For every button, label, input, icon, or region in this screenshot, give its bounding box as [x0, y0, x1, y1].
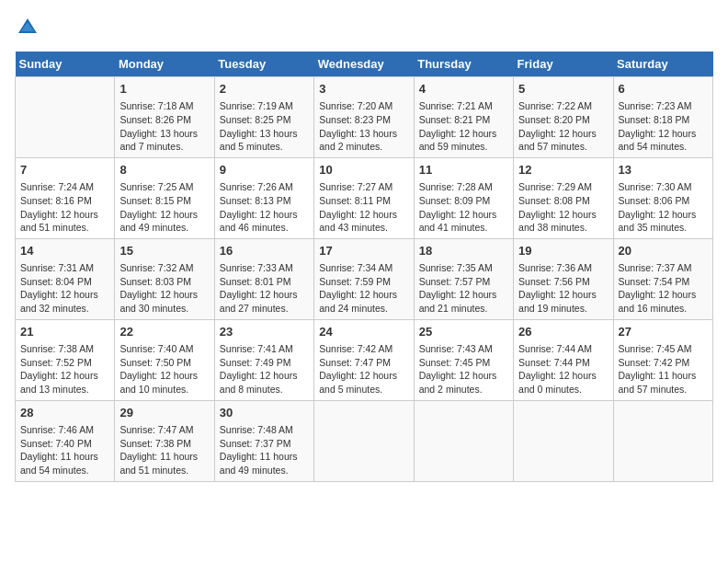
day-number: 18 — [419, 243, 508, 259]
day-info: Sunrise: 7:20 AM Sunset: 8:23 PM Dayligh… — [319, 99, 408, 154]
calendar-cell: 1Sunrise: 7:18 AM Sunset: 8:26 PM Daylig… — [115, 77, 214, 158]
day-info: Sunrise: 7:46 AM Sunset: 7:40 PM Dayligh… — [20, 423, 109, 477]
day-number: 26 — [518, 324, 608, 340]
weekday-header: Tuesday — [214, 52, 313, 77]
day-number: 10 — [319, 162, 408, 178]
day-info: Sunrise: 7:29 AM Sunset: 8:08 PM Dayligh… — [518, 180, 608, 235]
day-info: Sunrise: 7:40 AM Sunset: 7:50 PM Dayligh… — [119, 342, 209, 396]
day-number: 25 — [419, 324, 508, 340]
day-info: Sunrise: 7:24 AM Sunset: 8:16 PM Dayligh… — [20, 180, 109, 235]
day-number: 17 — [319, 243, 408, 259]
day-number: 2 — [220, 81, 309, 98]
day-number: 20 — [619, 243, 708, 259]
calendar-cell: 4Sunrise: 7:21 AM Sunset: 8:21 PM Daylig… — [414, 77, 513, 158]
day-info: Sunrise: 7:43 AM Sunset: 7:45 PM Dayligh… — [419, 342, 508, 396]
weekday-header: Sunday — [16, 52, 115, 77]
page-header — [15, 15, 713, 40]
day-info: Sunrise: 7:27 AM Sunset: 8:11 PM Dayligh… — [319, 180, 408, 235]
day-info: Sunrise: 7:32 AM Sunset: 8:03 PM Dayligh… — [119, 261, 209, 316]
day-number: 29 — [119, 405, 209, 421]
calendar-cell: 20Sunrise: 7:37 AM Sunset: 7:54 PM Dayli… — [613, 238, 712, 319]
calendar-cell: 19Sunrise: 7:36 AM Sunset: 7:56 PM Dayli… — [514, 238, 613, 319]
day-number: 14 — [20, 243, 109, 259]
day-number: 15 — [119, 243, 209, 259]
day-number: 28 — [20, 405, 109, 421]
day-info: Sunrise: 7:41 AM Sunset: 7:49 PM Dayligh… — [220, 342, 309, 396]
day-info: Sunrise: 7:42 AM Sunset: 7:47 PM Dayligh… — [319, 342, 408, 396]
day-number: 7 — [20, 162, 109, 178]
calendar-cell: 8Sunrise: 7:25 AM Sunset: 8:15 PM Daylig… — [115, 157, 214, 238]
day-info: Sunrise: 7:28 AM Sunset: 8:09 PM Dayligh… — [419, 180, 508, 235]
day-info: Sunrise: 7:22 AM Sunset: 8:20 PM Dayligh… — [518, 99, 608, 154]
day-info: Sunrise: 7:18 AM Sunset: 8:26 PM Dayligh… — [119, 99, 209, 154]
logo — [15, 15, 44, 40]
calendar-cell: 10Sunrise: 7:27 AM Sunset: 8:11 PM Dayli… — [314, 157, 414, 238]
day-info: Sunrise: 7:34 AM Sunset: 7:59 PM Dayligh… — [319, 261, 408, 316]
day-number: 6 — [619, 81, 708, 98]
calendar-cell: 18Sunrise: 7:35 AM Sunset: 7:57 PM Dayli… — [414, 238, 513, 319]
calendar-cell: 30Sunrise: 7:48 AM Sunset: 7:37 PM Dayli… — [214, 400, 313, 481]
logo-icon — [15, 15, 40, 40]
day-info: Sunrise: 7:36 AM Sunset: 7:56 PM Dayligh… — [518, 261, 608, 316]
calendar-cell: 28Sunrise: 7:46 AM Sunset: 7:40 PM Dayli… — [16, 400, 115, 481]
weekday-header: Saturday — [613, 52, 712, 77]
day-info: Sunrise: 7:33 AM Sunset: 8:01 PM Dayligh… — [220, 261, 309, 316]
calendar-cell — [16, 77, 115, 158]
calendar-cell: 14Sunrise: 7:31 AM Sunset: 8:04 PM Dayli… — [16, 238, 115, 319]
day-number: 22 — [119, 324, 209, 340]
day-number: 3 — [319, 81, 408, 98]
calendar-cell: 22Sunrise: 7:40 AM Sunset: 7:50 PM Dayli… — [115, 319, 214, 400]
day-info: Sunrise: 7:38 AM Sunset: 7:52 PM Dayligh… — [20, 342, 109, 396]
day-info: Sunrise: 7:25 AM Sunset: 8:15 PM Dayligh… — [119, 180, 209, 235]
calendar-table: SundayMondayTuesdayWednesdayThursdayFrid… — [15, 52, 713, 482]
calendar-cell — [613, 400, 712, 481]
day-number: 30 — [220, 405, 309, 421]
day-info: Sunrise: 7:48 AM Sunset: 7:37 PM Dayligh… — [220, 423, 309, 477]
day-number: 4 — [419, 81, 508, 98]
calendar-cell: 13Sunrise: 7:30 AM Sunset: 8:06 PM Dayli… — [613, 157, 712, 238]
calendar-cell: 7Sunrise: 7:24 AM Sunset: 8:16 PM Daylig… — [16, 157, 115, 238]
day-number: 27 — [619, 324, 708, 340]
day-info: Sunrise: 7:44 AM Sunset: 7:44 PM Dayligh… — [518, 342, 608, 396]
calendar-cell: 26Sunrise: 7:44 AM Sunset: 7:44 PM Dayli… — [514, 319, 613, 400]
day-info: Sunrise: 7:21 AM Sunset: 8:21 PM Dayligh… — [419, 99, 508, 154]
calendar-cell — [414, 400, 513, 481]
calendar-cell: 21Sunrise: 7:38 AM Sunset: 7:52 PM Dayli… — [16, 319, 115, 400]
weekday-header: Thursday — [414, 52, 513, 77]
calendar-cell: 27Sunrise: 7:45 AM Sunset: 7:42 PM Dayli… — [613, 319, 712, 400]
day-number: 16 — [220, 243, 309, 259]
day-number: 1 — [119, 81, 209, 98]
day-number: 23 — [220, 324, 309, 340]
calendar-cell: 29Sunrise: 7:47 AM Sunset: 7:38 PM Dayli… — [115, 400, 214, 481]
calendar-cell — [514, 400, 613, 481]
day-number: 11 — [419, 162, 508, 178]
day-info: Sunrise: 7:23 AM Sunset: 8:18 PM Dayligh… — [619, 99, 708, 154]
day-info: Sunrise: 7:45 AM Sunset: 7:42 PM Dayligh… — [619, 342, 708, 396]
day-number: 12 — [518, 162, 608, 178]
calendar-cell — [314, 400, 414, 481]
calendar-cell: 11Sunrise: 7:28 AM Sunset: 8:09 PM Dayli… — [414, 157, 513, 238]
weekday-header: Friday — [514, 52, 613, 77]
calendar-cell: 24Sunrise: 7:42 AM Sunset: 7:47 PM Dayli… — [314, 319, 414, 400]
calendar-cell: 12Sunrise: 7:29 AM Sunset: 8:08 PM Dayli… — [514, 157, 613, 238]
day-number: 5 — [518, 81, 608, 98]
calendar-cell: 5Sunrise: 7:22 AM Sunset: 8:20 PM Daylig… — [514, 77, 613, 158]
day-number: 19 — [518, 243, 608, 259]
day-info: Sunrise: 7:35 AM Sunset: 7:57 PM Dayligh… — [419, 261, 508, 316]
day-info: Sunrise: 7:19 AM Sunset: 8:25 PM Dayligh… — [220, 99, 309, 154]
calendar-cell: 17Sunrise: 7:34 AM Sunset: 7:59 PM Dayli… — [314, 238, 414, 319]
day-info: Sunrise: 7:30 AM Sunset: 8:06 PM Dayligh… — [619, 180, 708, 235]
calendar-cell: 9Sunrise: 7:26 AM Sunset: 8:13 PM Daylig… — [214, 157, 313, 238]
day-number: 13 — [619, 162, 708, 178]
day-number: 24 — [319, 324, 408, 340]
calendar-cell: 16Sunrise: 7:33 AM Sunset: 8:01 PM Dayli… — [214, 238, 313, 319]
day-info: Sunrise: 7:31 AM Sunset: 8:04 PM Dayligh… — [20, 261, 109, 316]
day-number: 9 — [220, 162, 309, 178]
calendar-cell: 2Sunrise: 7:19 AM Sunset: 8:25 PM Daylig… — [214, 77, 313, 158]
day-info: Sunrise: 7:26 AM Sunset: 8:13 PM Dayligh… — [220, 180, 309, 235]
weekday-header: Wednesday — [314, 52, 414, 77]
day-info: Sunrise: 7:37 AM Sunset: 7:54 PM Dayligh… — [619, 261, 708, 316]
calendar-cell: 3Sunrise: 7:20 AM Sunset: 8:23 PM Daylig… — [314, 77, 414, 158]
calendar-cell: 23Sunrise: 7:41 AM Sunset: 7:49 PM Dayli… — [214, 319, 313, 400]
calendar-cell: 15Sunrise: 7:32 AM Sunset: 8:03 PM Dayli… — [115, 238, 214, 319]
